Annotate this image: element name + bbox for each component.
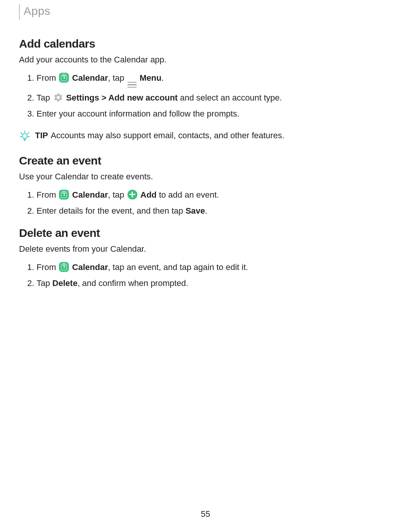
step-item: From 1 Calendar, tap Add to add an event… <box>37 189 392 201</box>
step-text: From <box>37 262 58 272</box>
calendar-label: Calendar <box>72 190 108 200</box>
calendar-icon: 1 <box>59 73 69 83</box>
calendar-label: Calendar <box>72 73 108 83</box>
steps-list: From 1 Calendar, tap an event, and tap a… <box>37 261 392 290</box>
delete-label: Delete <box>53 278 78 288</box>
tip-text: Accounts may also support email, contact… <box>51 131 284 140</box>
calendar-icon: 1 <box>59 190 69 200</box>
plus-icon <box>127 190 137 200</box>
section-desc: Use your Calendar to create events. <box>19 170 392 183</box>
breadcrumb-sep: > <box>99 93 108 102</box>
svg-point-0 <box>22 133 27 138</box>
lightbulb-icon <box>19 130 30 141</box>
step-item: From 1 Calendar, tap an event, and tap a… <box>37 261 392 274</box>
section-desc: Delete events from your Calendar. <box>19 243 392 256</box>
section-title: Create an event <box>19 154 392 167</box>
svg-line-2 <box>21 133 22 134</box>
manual-page: Apps Add calendars Add your accounts to … <box>0 0 411 532</box>
section-add-calendars: Add calendars Add your accounts to the C… <box>19 37 392 141</box>
step-text: , tap <box>108 73 127 83</box>
step-item: Tap Delete, and confirm when prompted. <box>37 277 392 290</box>
section-create-event: Create an event Use your Calendar to cre… <box>19 154 392 217</box>
add-new-account-label: Add new account <box>108 93 178 102</box>
step-text: Tap <box>37 278 53 288</box>
step-text: , tap <box>108 190 127 200</box>
header-rule: Apps <box>19 4 392 20</box>
step-text: . <box>205 206 207 216</box>
menu-icon <box>127 81 137 88</box>
step-item: From 1 Calendar, tap Menu. <box>37 72 392 88</box>
header-label: Apps <box>24 5 50 17</box>
step-item: Enter details for the event, and then ta… <box>37 204 392 217</box>
step-text: . <box>161 73 164 83</box>
step-item: Enter your account information and follo… <box>37 107 392 120</box>
section-delete-event: Delete an event Delete events from your … <box>19 227 392 290</box>
steps-list: From 1 Calendar, tap Menu. Tap Settings … <box>37 72 392 120</box>
settings-label: Settings <box>66 93 99 102</box>
step-text: and select an account type. <box>178 93 282 102</box>
page-number: 55 <box>0 509 411 519</box>
step-text: From <box>37 190 58 200</box>
tip-label: TIP <box>35 131 48 140</box>
step-text: , and confirm when prompted. <box>78 278 188 288</box>
calendar-icon: 1 <box>59 262 69 272</box>
section-title: Add calendars <box>19 37 392 50</box>
gear-icon <box>53 93 63 102</box>
step-text: Enter details for the event, and then ta… <box>37 206 185 216</box>
calendar-label: Calendar <box>72 262 108 272</box>
section-title: Delete an event <box>19 227 392 240</box>
step-text: Tap <box>37 93 53 102</box>
step-text: Enter your account information and follo… <box>37 109 239 118</box>
menu-label: Menu <box>140 73 161 83</box>
section-desc: Add your accounts to the Calendar app. <box>19 53 392 66</box>
save-label: Save <box>185 206 205 216</box>
step-text: , tap an event, and tap again to edit it… <box>108 262 248 272</box>
svg-line-3 <box>28 133 29 134</box>
step-text: From <box>37 73 58 83</box>
tip-callout: TIP Accounts may also support email, con… <box>19 130 392 141</box>
add-label: Add <box>140 190 157 200</box>
step-text: to add an event. <box>157 190 219 200</box>
step-item: Tap Settings > Add new account and selec… <box>37 91 392 104</box>
steps-list: From 1 Calendar, tap Add to add an event… <box>37 189 392 217</box>
